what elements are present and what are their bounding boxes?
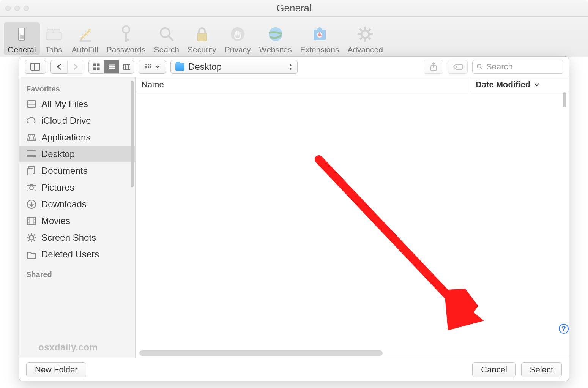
folder-icon [175,63,184,71]
lock-icon [192,25,211,44]
pref-tab-websites[interactable]: Websites [255,22,296,55]
svg-rect-9 [125,39,129,41]
sidebar-item-documents[interactable]: Documents [19,162,135,179]
pref-tab-security[interactable]: Security [184,22,220,55]
sidebar-item-label: Documents [41,166,87,176]
sidebar-item-label: All My Files [41,99,88,109]
sidebar-item-label: iCloud Drive [41,115,91,126]
sidebar-item-all-my-files[interactable]: All My Files [19,96,135,112]
svg-marker-55 [27,134,36,140]
window-title: General [0,2,588,14]
share-button[interactable] [424,60,443,74]
sidebar-item-desktop[interactable]: Desktop [19,146,135,162]
sidebar-item-deleted-users[interactable]: Deleted Users [19,246,135,263]
watermark: osxdaily.com [38,342,98,353]
new-folder-button[interactable]: New Folder [26,362,86,377]
back-button[interactable] [50,60,67,74]
pref-tab-search[interactable]: Search [150,22,183,55]
select-button[interactable]: Select [521,362,562,377]
svg-line-51 [481,68,482,69]
preferences-toolbar: General Tabs AutoFill Passwords Search [0,17,588,57]
svg-point-74 [29,235,34,240]
preferences-window: General General Tabs AutoFill Pass [0,0,588,388]
sidebar-item-icloud-drive[interactable]: iCloud Drive [19,112,135,129]
svg-rect-31 [97,64,99,66]
sidebar-item-pictures[interactable]: Pictures [19,179,135,196]
pref-tab-tabs[interactable]: Tabs [41,22,67,55]
svg-line-57 [33,134,34,140]
pencil-icon [76,25,95,44]
column-headers: Name Date Modified [136,77,569,92]
group-by-button[interactable] [139,60,166,74]
applications-icon [26,133,37,142]
svg-rect-4 [54,29,60,33]
file-chooser-footer: New Folder Cancel Select [19,358,569,381]
pref-tab-general[interactable]: General [4,22,40,55]
svg-rect-67 [27,217,36,225]
svg-rect-61 [28,168,33,175]
pref-tab-privacy[interactable]: Privacy [221,22,255,55]
sidebar: Favorites All My Files iCloud Drive Appl… [19,77,136,358]
sidebar-item-screen-shots[interactable]: Screen Shots [19,229,135,246]
view-column-button[interactable] [119,60,134,74]
svg-marker-5 [80,29,91,41]
svg-line-24 [360,29,362,31]
pictures-icon [26,183,37,192]
svg-point-16 [317,27,322,32]
sidebar-item-applications[interactable]: Applications [19,129,135,146]
sidebar-item-movies[interactable]: Movies [19,213,135,229]
svg-rect-37 [123,64,125,69]
pref-tab-autofill[interactable]: AutoFill [68,22,102,55]
sidebar-section-favorites: Favorites [19,82,135,96]
help-button[interactable]: ? [559,324,569,334]
hand-icon [228,25,247,44]
column-header-date-modified[interactable]: Date Modified [470,77,569,92]
column-header-name[interactable]: Name [136,80,470,90]
sidebar-item-label: Deleted Users [41,249,99,260]
cancel-button[interactable]: Cancel [472,362,515,377]
search-icon [476,63,483,70]
pref-tab-extensions[interactable]: Extensions [296,22,343,55]
svg-rect-52 [27,101,36,107]
desktop-icon [26,150,37,159]
horizontal-scrollbar[interactable] [139,350,383,356]
search-field[interactable]: Search [472,60,563,74]
svg-line-27 [369,29,370,31]
svg-rect-6 [80,40,91,42]
sidebar-item-label: Pictures [41,182,74,193]
view-icon-button[interactable] [88,60,104,74]
titlebar: General [0,0,588,17]
svg-rect-30 [93,64,96,66]
movies-icon [26,216,37,226]
vertical-scrollbar[interactable] [563,92,566,107]
sidebar-scrollbar[interactable] [131,81,134,187]
svg-point-19 [361,30,369,38]
chevron-down-icon [534,83,539,87]
chevron-down-icon [156,65,159,68]
svg-rect-2 [46,32,61,40]
svg-rect-33 [97,68,99,70]
sidebar-item-label: Desktop [41,149,75,159]
gear-small-icon [26,233,37,242]
svg-rect-38 [126,64,128,69]
svg-point-7 [123,26,129,33]
svg-point-50 [477,64,481,68]
file-chooser-toolbar: Desktop ▲▼ Search [19,57,569,77]
pref-tab-passwords[interactable]: Passwords [103,22,150,55]
file-chooser-body: Favorites All My Files iCloud Drive Appl… [19,77,569,358]
svg-rect-28 [31,63,40,70]
svg-line-25 [369,38,370,39]
file-list[interactable] [136,92,569,358]
svg-rect-12 [197,33,207,41]
sidebar-item-downloads[interactable]: Downloads [19,196,135,213]
forward-button[interactable] [67,60,84,74]
file-chooser-sheet: Desktop ▲▼ Search Favorites [19,56,569,381]
magnify-icon [157,25,176,44]
svg-line-82 [34,234,35,235]
pref-tab-advanced[interactable]: Advanced [344,22,386,55]
path-popup[interactable]: Desktop ▲▼ [170,60,298,74]
tags-button[interactable] [448,60,468,74]
view-list-button[interactable] [104,60,119,74]
toggle-sidebar-button[interactable] [25,60,46,74]
svg-rect-43 [145,66,147,68]
